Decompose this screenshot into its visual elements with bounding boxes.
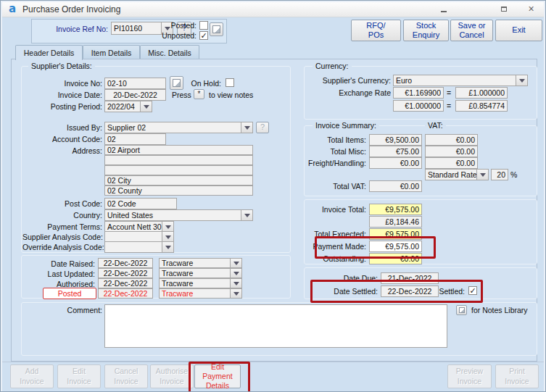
chevron-down-icon[interactable] [230,288,242,299]
maximize-icon[interactable] [497,4,510,14]
chevron-down-icon[interactable] [241,209,253,221]
comment-textarea[interactable] [104,304,447,348]
issued-by-help-button[interactable]: ? [256,122,269,133]
equals-sign: = [447,88,451,97]
print-invoice-button[interactable]: Print Invoice [495,364,539,388]
exchange-rate-from-1[interactable]: €1.169900 [393,87,444,99]
chevron-down-icon[interactable] [476,169,489,180]
stock-enquiry-line2: Enquiry [413,30,439,40]
app-window: a Purchase Order Invoicing Invoice Ref N… [0,0,546,392]
preview-invoice-button[interactable]: Preview Invoice [447,364,492,388]
on-hold-checkbox[interactable] [226,78,234,87]
exit-button[interactable]: Exit [495,20,542,41]
stock-enquiry-button[interactable]: Stock Enquiry [403,20,449,41]
chevron-down-icon[interactable] [162,241,174,253]
chevron-down-icon[interactable] [241,122,253,133]
address-line-4[interactable]: 02 City [104,175,253,185]
invoice-no-label: Invoice No: [22,79,102,88]
edit-payment-details-button[interactable]: Edit Payment Details [194,364,241,388]
rfq-pos-button[interactable]: RFQ/ POs [351,20,401,41]
vat-percent-field[interactable]: 20 [491,169,508,180]
posted-status-label: Posted [43,288,96,299]
country-combobox[interactable]: United States [104,209,253,221]
note-icon [459,307,465,313]
chevron-down-icon[interactable] [230,258,242,268]
save-or-cancel-button[interactable]: Save or Cancel [450,20,493,41]
chevron-down-icon[interactable] [230,278,242,288]
total-items-vat-field[interactable]: €0.00 [425,134,478,146]
edit-invoice-line2: Invoice [67,377,91,386]
add-invoice-button[interactable]: Add Invoice [10,364,54,388]
settled-checkbox[interactable] [468,286,477,295]
chevron-down-icon[interactable] [516,75,528,86]
view-notes-hint-label: to view notes [209,91,253,99]
freight-handling-field[interactable]: €0.00 [369,157,422,169]
last-updated-user-combobox[interactable]: Tracware [159,268,242,278]
unposted-checkbox[interactable] [199,31,208,40]
posting-period-combobox[interactable]: 2022/04 [104,101,152,112]
invoice-no-field[interactable]: 02-10 [104,78,166,89]
vat-rate-combobox[interactable]: Standard Rate [425,169,489,180]
total-misc-field[interactable]: €75.00 [369,146,422,157]
exchange-rate-label: Exchange Rate [305,88,391,97]
suppliers-currency-label: Supplier's Currency: [305,76,391,85]
date-due-field[interactable]: 21-Dec-2022 [381,272,439,284]
cancel-invoice-line1: Cancel [115,367,138,376]
posted-date-field[interactable]: 22-Dec-2022 [98,288,153,299]
issued-by-combobox[interactable]: Supplier 02 [104,122,253,133]
note-icon [212,25,220,33]
on-hold-label: On Hold: [182,79,221,88]
chevron-down-icon[interactable] [140,101,152,112]
notes-button[interactable] [210,22,223,36]
total-misc-vat-field[interactable]: €0.00 [425,146,478,157]
add-invoice-line1: Add [25,367,39,376]
invoice-total-field: €9,575.00 [369,204,422,215]
suppliers-currency-combobox[interactable]: Euro [393,75,528,86]
override-analysis-code-combobox[interactable] [104,241,174,253]
close-icon[interactable] [525,4,537,14]
address-line-2[interactable] [104,155,253,165]
address-line-1[interactable]: 02 Airport [104,145,253,155]
last-updated-user: Tracware [162,269,193,278]
tab-misc-details[interactable]: Misc. Details [140,45,199,59]
exchange-rate-from-2[interactable]: €1.000000 [393,100,444,112]
edit-payment-details-line1: Edit Payment [195,362,240,381]
total-vat-field[interactable]: €0.00 [369,180,422,192]
authorised-user-combobox[interactable]: Tracware [159,278,242,288]
last-updated-field[interactable]: 22-Dec-2022 [98,268,153,278]
invoice-date-field[interactable]: 20-Dec-2022 [104,89,166,101]
edit-invoice-button[interactable]: Edit Invoice [57,364,101,388]
equals-sign: = [447,101,451,110]
address-line-3[interactable] [104,165,253,175]
address-line-5[interactable]: 02 County [104,185,253,196]
add-invoice-line2: Invoice [20,377,44,386]
preview-invoice-line1: Preview [456,367,483,376]
exchange-rate-to-2[interactable]: £0.854774 [455,100,508,112]
authorise-invoice-button[interactable]: Authorise Invoice [150,364,194,388]
date-raised-user: Tracware [162,259,193,267]
tab-item-details[interactable]: Item Details [83,45,140,59]
issued-by-label: Issued By: [22,123,102,132]
exchange-rate-to-1[interactable]: £1.000000 [455,87,508,99]
cancel-invoice-button[interactable]: Cancel Invoice [104,364,148,388]
posted-checkbox[interactable] [199,21,208,30]
chevron-down-icon[interactable] [230,268,242,278]
freight-handling-vat-field[interactable]: €0.00 [425,157,478,169]
posted-user-combobox[interactable]: Tracware [159,288,242,299]
notes-library-button[interactable] [456,305,467,315]
total-items-field[interactable]: €9,500.00 [369,134,422,146]
vat-heading: VAT: [425,121,446,130]
country-label: Country: [22,211,102,220]
authorised-field[interactable]: 22-Dec-2022 [98,278,153,288]
view-notes-key-button[interactable]: * [194,89,204,99]
press-hint-label: Press [172,91,191,99]
tab-header-details[interactable]: Header Details [15,45,83,60]
date-settled-field[interactable]: 22-Dec-2022 [381,285,439,297]
account-code-field[interactable]: 02 [104,133,166,145]
minimize-icon[interactable] [437,4,450,14]
date-raised-user-combobox[interactable]: Tracware [159,258,242,268]
payment-made-field[interactable]: €9,575.00 [369,241,422,252]
app-logo-icon: a [7,4,18,15]
date-raised-field[interactable]: 22-Dec-2022 [98,258,153,268]
post-code-field[interactable]: 02 Code [104,198,177,209]
